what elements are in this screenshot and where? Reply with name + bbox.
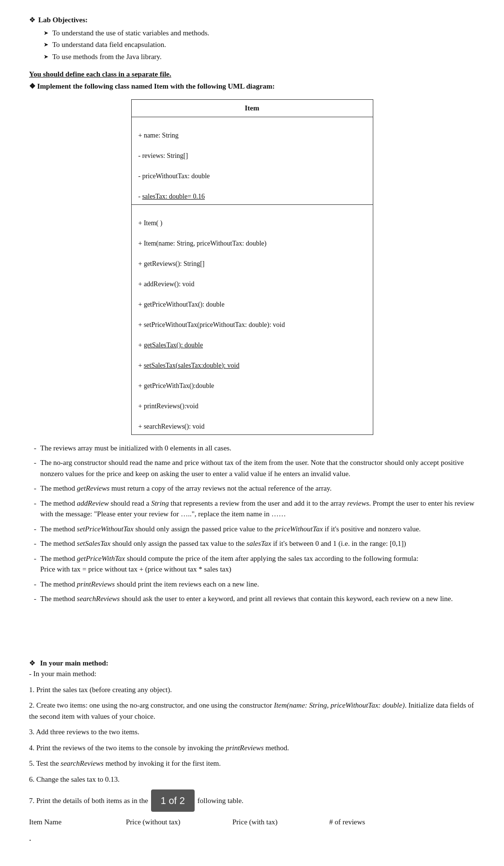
uml-methods-cell: + Item( ) + Item(name: String, priceWith… <box>131 204 373 434</box>
italic-reviews: reviews <box>347 499 369 507</box>
desc-item-5: - The method setPriceWithoutTax should o… <box>29 524 475 535</box>
spacer <box>29 609 475 638</box>
define-line-underline: You should define each class in a separa… <box>29 70 171 78</box>
desc-text: The method getReviews must return a copy… <box>40 483 475 494</box>
step-2: 2. Create two items: one using the no-ar… <box>29 700 475 722</box>
col-header-reviews: # of reviews <box>329 817 402 828</box>
desc-item-9: - The method searchReviews should ask th… <box>29 593 475 604</box>
list-item: To use methods from the Java library. <box>44 51 475 62</box>
italic-set-sales-tax: setSalesTax <box>77 540 110 547</box>
define-line: You should define each class in a separa… <box>29 69 475 80</box>
list-item-text: To understand the use of static variable… <box>52 28 209 39</box>
setst-underline: setSalesTax(salesTax:double): void <box>144 362 240 369</box>
uml-methods-row: + Item( ) + Item(name: String, priceWith… <box>131 204 373 434</box>
desc-item-2: - The no-arg constructor should read the… <box>29 457 475 479</box>
diamond-icon-2: ❖ <box>29 659 35 667</box>
diamond-icon: ❖ <box>29 16 35 24</box>
desc-text: The method printReviews should print the… <box>40 579 475 590</box>
implement-line: ❖ Implement the following class named It… <box>29 81 475 92</box>
italic-set-price: setPriceWithoutTax <box>77 525 134 533</box>
step-5: 5. Test the searchReviews method by invo… <box>29 758 475 769</box>
uml-table: Item + name: String - reviews: String[] … <box>131 99 373 435</box>
col-header-price-no-tax: Price (without tax) <box>126 817 232 828</box>
main-method-section: ❖ In your main method: - In your main me… <box>29 658 475 845</box>
description-list: - The reviews array must be initialized … <box>29 443 475 604</box>
italic-pwt: priceWithoutTax <box>275 525 323 533</box>
col-header-price-with-tax: Price (with tax) <box>232 817 329 828</box>
objectives-list: To understand the use of static variable… <box>29 28 475 62</box>
italic-print-reviews-2: printReviews <box>226 744 263 752</box>
italic-add-review: addReview <box>77 499 109 507</box>
italic-string: String <box>151 499 169 507</box>
desc-text: The method setPriceWithoutTax should onl… <box>40 524 475 535</box>
lab-objectives-section: ❖Lab Objectives: To understand the use o… <box>29 15 475 62</box>
desc-item-7: - The method getPriceWithTax should comp… <box>29 553 475 575</box>
italic-sales-tax: salesTax <box>246 540 271 547</box>
desc-item-4: - The method addReview should read a Str… <box>29 498 475 520</box>
italic-search-reviews-2: searchReviews <box>61 759 104 767</box>
italic-item-constructor: Item(name: String, priceWithoutTax: doub… <box>274 701 405 709</box>
main-method-bold-title: In your main method: <box>40 659 108 667</box>
italic-print-reviews: printReviews <box>77 580 115 588</box>
step-1: 1. Print the sales tax (before creating … <box>29 684 475 696</box>
page-indicator: 1 of 2 <box>151 789 195 812</box>
desc-item-1: - The reviews array must be initialized … <box>29 443 475 454</box>
step-7: 7. Print the details of both items as in… <box>29 789 475 812</box>
step-7-prefix: 7. Print the details of both items as in… <box>29 795 148 806</box>
step-7-suffix: following table. <box>198 795 244 806</box>
step-3: 3. Add three reviews to the two items. <box>29 727 475 738</box>
col-header-name: Item Name <box>29 817 126 828</box>
desc-text: The method addReview should read a Strin… <box>40 498 475 520</box>
italic-search-reviews: searchReviews <box>77 595 120 603</box>
uml-fields-row: + name: String - reviews: String[] - pri… <box>131 117 373 204</box>
italic-get-reviews: getReviews <box>77 484 109 492</box>
uml-header-row: Item <box>131 100 373 117</box>
list-item-text: To understand data field encapsulation. <box>52 39 166 50</box>
main-method-title-line: ❖ In your main method: <box>29 658 475 669</box>
main-method-intro: - In your main method: <box>29 668 475 680</box>
sales-tax-underline: salesTax: double= 0.16 <box>142 193 205 200</box>
desc-item-8: - The method printReviews should print t… <box>29 579 475 590</box>
list-item: To understand data field encapsulation. <box>44 39 475 50</box>
desc-text: The method setSalesTax should only assig… <box>40 538 475 549</box>
desc-text: The method searchReviews should ask the … <box>40 593 475 604</box>
define-line-section: You should define each class in a separa… <box>29 69 475 92</box>
uml-class-name: Item <box>131 100 373 117</box>
uml-fields-cell: + name: String - reviews: String[] - pri… <box>131 117 373 204</box>
step-6: 6. Change the sales tax to 0.13. <box>29 774 475 785</box>
desc-item-6: - The method setSalesTax should only ass… <box>29 538 475 549</box>
step-4: 4. Print the reviews of the two items to… <box>29 742 475 754</box>
desc-text: The reviews array must be initialized wi… <box>40 443 475 454</box>
desc-item-3: - The method getReviews must return a co… <box>29 483 475 494</box>
list-item: To understand the use of static variable… <box>44 28 475 39</box>
uml-diagram-wrapper: Item + name: String - reviews: String[] … <box>29 99 475 435</box>
objectives-title: Lab Objectives: <box>38 16 88 24</box>
lab-objectives-header: ❖Lab Objectives: <box>29 15 475 26</box>
footer-dot: . <box>29 832 475 845</box>
getst-underline: getSalesTax(): double <box>144 341 203 349</box>
italic-get-price-tax: getPriceWithTax <box>77 555 125 562</box>
table-header-row: Item Name Price (without tax) Price (wit… <box>29 817 475 829</box>
desc-text: The method getPriceWithTax should comput… <box>40 553 475 575</box>
list-item-text: To use methods from the Java library. <box>52 51 162 62</box>
desc-text: The no-arg constructor should read the n… <box>40 457 475 479</box>
